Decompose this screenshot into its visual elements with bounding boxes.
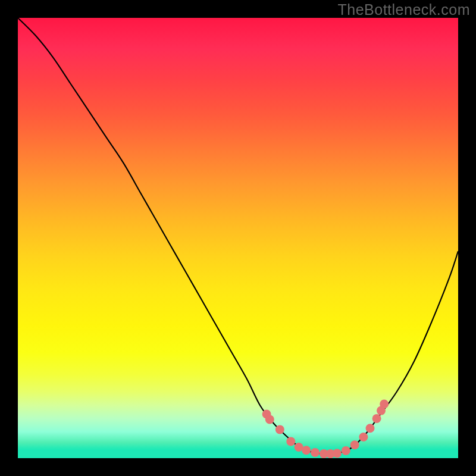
- highlight-dot: [380, 399, 389, 408]
- highlight-dot: [333, 449, 342, 458]
- highlight-dot: [265, 415, 274, 424]
- highlight-dot: [275, 425, 284, 434]
- highlight-dots-layer: [18, 18, 458, 458]
- highlight-dot: [366, 424, 375, 433]
- chart-container: TheBottleneck.com: [0, 0, 476, 476]
- plot-area: [18, 18, 458, 458]
- watermark-text: TheBottleneck.com: [338, 1, 471, 18]
- highlight-dot: [350, 440, 359, 449]
- highlight-dot: [311, 448, 320, 457]
- highlight-dot: [359, 433, 368, 441]
- highlight-dot: [286, 437, 295, 446]
- highlight-dot: [302, 446, 311, 455]
- highlight-dot: [342, 446, 350, 455]
- highlight-dot: [372, 414, 381, 423]
